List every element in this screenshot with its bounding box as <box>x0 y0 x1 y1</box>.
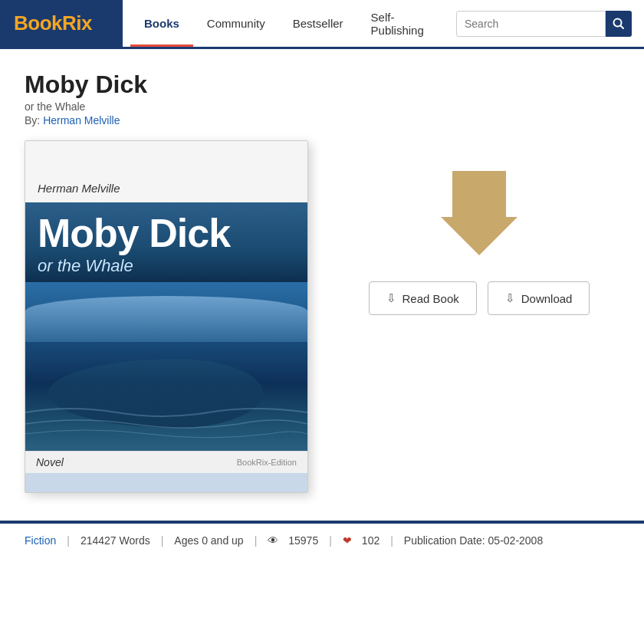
book-title: Moby Dick <box>25 71 619 99</box>
action-buttons: ⇩ Read Book ⇩ Download <box>339 281 619 315</box>
cover-novel-label: Novel <box>36 456 64 468</box>
genre-link[interactable]: Fiction <box>25 534 56 547</box>
ocean-surface <box>25 296 307 342</box>
cover-subtitle: or the Whale <box>38 256 295 276</box>
read-book-button[interactable]: ⇩ Read Book <box>369 281 477 315</box>
logo-area[interactable]: BookRix <box>0 0 123 48</box>
eye-icon: 👁 <box>268 534 278 547</box>
download-icon: ⇩ <box>505 291 515 305</box>
nav-item-books[interactable]: Books <box>130 0 193 47</box>
download-label: Download <box>521 292 573 305</box>
book-cover: Herman Melville Moby Dick or the Whale N… <box>25 140 308 493</box>
sep1: | <box>67 534 70 547</box>
nav-item-community[interactable]: Community <box>193 0 279 47</box>
search-area <box>456 11 632 37</box>
cover-bottom-bar: Novel BookRix-Edition <box>25 451 307 473</box>
word-count: 214427 Words <box>80 534 150 547</box>
sep5: | <box>390 534 393 547</box>
cover-top: Herman Melville <box>25 141 307 202</box>
author-prefix: By: <box>25 114 43 127</box>
nav: Books Community Bestseller Self-Publishi… <box>123 0 456 47</box>
svg-marker-2 <box>441 171 518 255</box>
heart-icon: ❤ <box>343 534 352 547</box>
author-link[interactable]: Herman Melville <box>43 114 120 127</box>
book-author: By: Herman Melville <box>25 114 619 127</box>
cover-title: Moby Dick <box>38 213 295 253</box>
download-arrow-icon <box>441 171 518 255</box>
sep2: | <box>161 534 164 547</box>
nav-item-bestseller[interactable]: Bestseller <box>279 0 357 47</box>
read-book-label: Read Book <box>402 292 459 305</box>
cover-ocean <box>25 282 307 451</box>
nav-item-selfpublishing[interactable]: Self-Publishing <box>357 0 456 47</box>
cover-author: Herman Melville <box>38 182 120 195</box>
main-content: Moby Dick or the Whale By: Herman Melvil… <box>0 49 644 493</box>
search-button[interactable] <box>606 11 632 37</box>
info-bar: Fiction | 214427 Words | Ages 0 and up |… <box>0 521 644 557</box>
svg-line-1 <box>621 25 624 28</box>
book-subtitle: or the Whale <box>25 100 619 113</box>
cover-title-area: Moby Dick or the Whale <box>25 202 307 282</box>
cover-edition-label: BookRix-Edition <box>237 458 297 467</box>
header: BookRix Books Community Bestseller Self-… <box>0 0 644 49</box>
sep3: | <box>255 534 258 547</box>
search-icon <box>613 18 625 30</box>
publication-date: Publication Date: 05-02-2008 <box>404 534 543 547</box>
age-range: Ages 0 and up <box>174 534 243 547</box>
like-count: 102 <box>362 534 380 547</box>
view-count: 15975 <box>288 534 318 547</box>
logo: BookRix <box>14 12 92 35</box>
book-section: Herman Melville Moby Dick or the Whale N… <box>25 140 619 493</box>
download-button[interactable]: ⇩ Download <box>488 281 590 315</box>
sep4: | <box>329 534 332 547</box>
search-input[interactable] <box>456 11 606 37</box>
read-icon: ⇩ <box>386 291 396 305</box>
book-right: ⇩ Read Book ⇩ Download <box>339 140 619 493</box>
water-lines <box>25 397 307 443</box>
